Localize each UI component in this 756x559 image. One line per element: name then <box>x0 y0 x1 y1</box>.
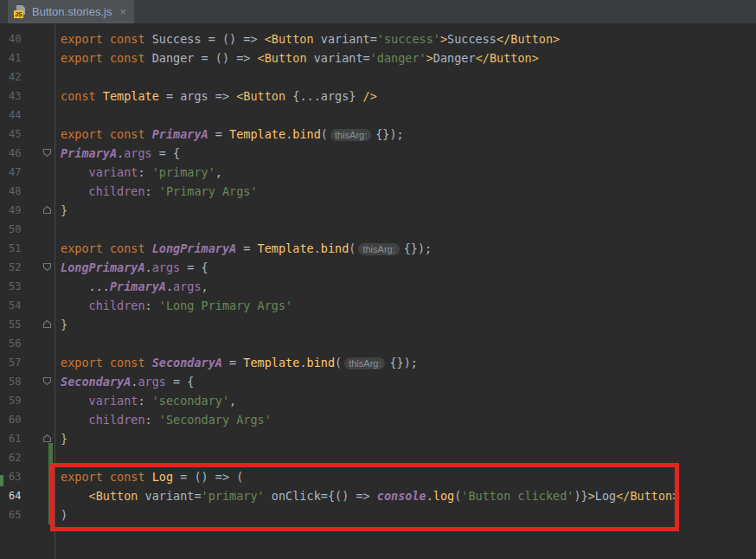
code-text: export const PrimaryA = Template.bind(th… <box>54 125 404 144</box>
code-line-65[interactable]: 65) <box>0 505 756 524</box>
line-number: 40 <box>0 29 26 48</box>
code-text <box>54 448 61 467</box>
fold-slot <box>26 296 54 315</box>
line-number: 61 <box>0 429 26 448</box>
code-text: variant: 'secondary', <box>54 391 236 410</box>
fold-slot <box>26 48 54 67</box>
line-number: 51 <box>0 239 26 258</box>
code-line-41[interactable]: 41export const Danger = () => <Button va… <box>0 48 756 67</box>
fold-slot <box>26 353 54 372</box>
line-number: 64 <box>0 486 26 505</box>
fold-start-icon[interactable] <box>26 144 54 163</box>
code-line-57[interactable]: 57export const SecondaryA = Template.bin… <box>0 353 756 372</box>
ide-window: JS Button.stories.js × 40export const Su… <box>0 0 756 559</box>
line-number: 54 <box>0 296 26 315</box>
close-tab-icon[interactable]: × <box>120 5 127 18</box>
fold-slot <box>26 87 54 106</box>
code-line-55[interactable]: 55} <box>0 315 756 334</box>
code-line-60[interactable]: 60 children: 'Secondary Args' <box>0 410 756 429</box>
code-text: SecondaryA.args = { <box>54 372 194 391</box>
code-text: children: 'Secondary Args' <box>54 410 272 429</box>
code-text <box>54 334 61 353</box>
fold-slot <box>26 106 54 125</box>
code-line-52[interactable]: 52LongPrimaryA.args = { <box>0 258 756 277</box>
fold-slot <box>26 448 54 467</box>
code-text: PrimaryA.args = { <box>54 144 180 163</box>
line-number: 63 <box>0 467 26 486</box>
fold-slot <box>26 182 54 201</box>
line-number: 59 <box>0 391 26 410</box>
code-line-62[interactable]: 62 <box>0 448 756 467</box>
fold-slot <box>26 220 54 239</box>
js-file-icon: JS <box>14 5 27 18</box>
fold-slot <box>26 391 54 410</box>
line-number: 60 <box>0 410 26 429</box>
code-line-54[interactable]: 54 children: 'Long Primary Args' <box>0 296 756 315</box>
fold-start-icon[interactable] <box>26 258 54 277</box>
editor-tab-bar: JS Button.stories.js × <box>0 0 756 24</box>
code-line-58[interactable]: 58SecondaryA.args = { <box>0 372 756 391</box>
code-text: export const LongPrimaryA = Template.bin… <box>54 239 432 258</box>
code-line-48[interactable]: 48 children: 'Primary Args' <box>0 182 756 201</box>
code-line-53[interactable]: 53 ...PrimaryA.args, <box>0 277 756 296</box>
code-line-46[interactable]: 46PrimaryA.args = { <box>0 144 756 163</box>
code-line-43[interactable]: 43const Template = args => <Button {...a… <box>0 87 756 106</box>
code-text <box>54 106 61 125</box>
tab-label: Button.stories.js <box>32 5 112 18</box>
code-text: children: 'Primary Args' <box>54 182 258 201</box>
fold-slot <box>26 163 54 182</box>
line-number: 47 <box>0 163 26 182</box>
code-text: const Template = args => <Button {...arg… <box>54 87 377 106</box>
code-line-61[interactable]: 61} <box>0 429 756 448</box>
tab-button-stories-js[interactable]: JS Button.stories.js × <box>8 0 134 23</box>
fold-slot <box>26 125 54 144</box>
code-line-64[interactable]: 64 <Button variant='primary' onClick={()… <box>0 486 756 505</box>
line-number: 42 <box>0 67 26 87</box>
parameter-hint-chip: thisArg: <box>330 129 371 141</box>
fold-slot <box>26 277 54 296</box>
code-line-40[interactable]: 40export const Success = () => <Button v… <box>0 29 756 48</box>
fold-slot <box>26 486 54 505</box>
fold-slot <box>26 29 54 48</box>
fold-end-icon[interactable] <box>26 429 54 448</box>
code-line-45[interactable]: 45export const PrimaryA = Template.bind(… <box>0 125 756 144</box>
code-line-63[interactable]: 63export const Log = () => ( <box>0 467 756 486</box>
fold-slot <box>26 67 54 87</box>
code-line-42[interactable]: 42 <box>0 67 756 87</box>
fold-end-icon[interactable] <box>26 201 54 220</box>
code-text: export const Success = () => <Button var… <box>54 29 560 48</box>
line-number: 49 <box>0 201 26 220</box>
fold-slot <box>26 467 54 486</box>
code-text: } <box>54 201 67 220</box>
code-text: <Button variant='primary' onClick={() =>… <box>54 486 679 505</box>
line-number: 62 <box>0 448 26 467</box>
fold-slot <box>26 239 54 258</box>
parameter-hint-chip: thisArg: <box>344 357 385 369</box>
fold-start-icon[interactable] <box>26 372 54 391</box>
code-line-56[interactable]: 56 <box>0 334 756 353</box>
code-line-47[interactable]: 47 variant: 'primary', <box>0 163 756 182</box>
line-number: 65 <box>0 505 26 524</box>
code-line-49[interactable]: 49} <box>0 201 756 220</box>
code-text: export const Log = () => ( <box>54 467 243 486</box>
code-line-59[interactable]: 59 variant: 'secondary', <box>0 391 756 410</box>
code-text: export const SecondaryA = Template.bind(… <box>54 353 418 372</box>
code-text: export const Danger = () => <Button vari… <box>54 48 539 67</box>
code-line-50[interactable]: 50 <box>0 220 756 239</box>
line-number: 57 <box>0 353 26 372</box>
code-line-51[interactable]: 51export const LongPrimaryA = Template.b… <box>0 239 756 258</box>
js-badge: JS <box>14 10 23 18</box>
code-editor[interactable]: 40export const Success = () => <Button v… <box>0 24 756 559</box>
code-text <box>54 220 61 239</box>
vcs-left-edge-marker <box>0 475 3 486</box>
fold-slot <box>26 505 54 524</box>
fold-end-icon[interactable] <box>26 315 54 334</box>
line-number: 43 <box>0 87 26 106</box>
line-number: 44 <box>0 106 26 125</box>
line-number: 50 <box>0 220 26 239</box>
line-number: 52 <box>0 258 26 277</box>
code-line-44[interactable]: 44 <box>0 106 756 125</box>
code-text: } <box>54 429 67 448</box>
fold-slot <box>26 410 54 429</box>
line-number: 41 <box>0 48 26 67</box>
